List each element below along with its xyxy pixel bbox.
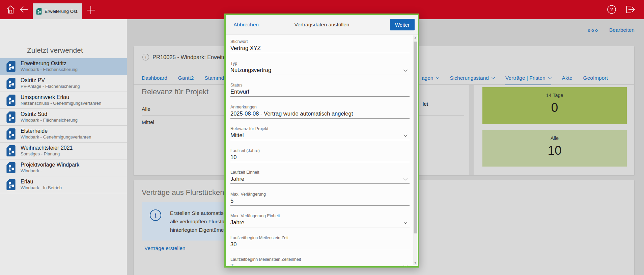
- field-underline: [230, 183, 410, 184]
- project-title: Ostritz Süd: [21, 111, 78, 118]
- chevron-down-icon[interactable]: [403, 220, 407, 224]
- tab-bar-right: agen Sicherungsstand Verträge | Fristen …: [422, 75, 608, 85]
- scroll-up-icon[interactable]: ▲: [413, 36, 417, 39]
- kpi-tile-alle[interactable]: Alle 10: [482, 130, 627, 167]
- relevanz-section-title: Relevanz für Projekt: [142, 88, 208, 96]
- field-value[interactable]: 2025-08-08 - Vertrag wurde automatisch a…: [230, 110, 353, 117]
- home-icon[interactable]: [5, 4, 16, 15]
- nav-tab[interactable]: Sicherungsstand: [450, 75, 494, 85]
- field-value[interactable]: Vertrag XYZ: [230, 45, 261, 51]
- form-field[interactable]: Status Entwurf: [230, 83, 410, 102]
- field-label: Laufzeitbeginn Meilenstein Zeit: [230, 235, 410, 240]
- cancel-button[interactable]: Abbrechen: [233, 22, 259, 28]
- chevron-down-icon[interactable]: [403, 133, 407, 137]
- next-button[interactable]: Weiter: [390, 19, 415, 30]
- create-contracts-link[interactable]: Verträge erstellen: [144, 245, 186, 251]
- chevron-down-icon[interactable]: [403, 264, 407, 266]
- form-field[interactable]: Anmerkungen 2025-08-08 - Vertrag wurde a…: [230, 105, 410, 124]
- recent-project-item[interactable]: Umspannwerk Erlau Netzanschluss - Genehm…: [0, 92, 127, 109]
- field-underline: [230, 205, 410, 206]
- field-label: Status: [230, 83, 410, 88]
- project-subtitle: Windpark - Flächensicherung: [21, 118, 78, 123]
- field-value[interactable]: Entwurf: [230, 89, 249, 95]
- chevron-down-icon[interactable]: [403, 68, 407, 71]
- new-tab-plus-icon[interactable]: [85, 5, 96, 16]
- kpi-label: Alle: [482, 130, 627, 141]
- tab-bar-left: Dashboard Gantt2 Stammda: [142, 75, 227, 85]
- form-field[interactable]: Stichwort Vertrag XYZ: [230, 39, 410, 58]
- recent-project-item[interactable]: Projektvorlage Windpark Windpark -: [0, 159, 127, 176]
- scrollbar-thumb[interactable]: [414, 42, 417, 233]
- chevron-down-icon[interactable]: [403, 177, 407, 180]
- svg-text:?: ?: [610, 7, 613, 12]
- project-subtitle: Sonstiges - Planung: [21, 151, 73, 157]
- form-field[interactable]: Laufzeit (Jahre) 10: [230, 148, 410, 168]
- form-field[interactable]: Relevanz für Projekt Mittel: [230, 126, 410, 146]
- field-value[interactable]: 10: [230, 154, 236, 160]
- sidebar-recent: Zuletzt verwendet Erweiterung Ostritz Wi…: [0, 19, 127, 275]
- project-title: Erweiterung Ostritz: [21, 60, 78, 67]
- project-subtitle: Windpark -: [21, 168, 79, 174]
- nav-tab[interactable]: Verträge | Fristen: [505, 75, 551, 85]
- nav-tab[interactable]: Stammda: [204, 75, 227, 85]
- recent-project-item[interactable]: Ostritz PV PV-Anlage - Flächensicherung: [0, 75, 127, 92]
- recent-project-item[interactable]: Ostritz Süd Windpark - Flächensicherung: [0, 109, 127, 126]
- field-value[interactable]: Nutzungsvertrag: [230, 67, 271, 73]
- help-icon[interactable]: ?: [606, 4, 617, 15]
- back-arrow-icon[interactable]: [19, 4, 30, 15]
- field-value[interactable]: Jahre: [230, 176, 244, 182]
- field-value[interactable]: Jahre: [230, 219, 244, 226]
- project-title: Ostritz PV: [21, 77, 80, 84]
- project-doc-icon: [6, 77, 16, 89]
- recent-project-item[interactable]: Erlau Windpark - In Betrieb: [0, 176, 127, 193]
- field-label: Typ: [230, 61, 410, 66]
- field-underline: [230, 162, 410, 162]
- field-underline: [230, 118, 410, 119]
- nav-tab[interactable]: Dashboard: [142, 75, 167, 85]
- project-doc-icon: [6, 162, 16, 174]
- nav-tab[interactable]: agen: [422, 75, 439, 85]
- nav-tab[interactable]: Akte: [562, 75, 572, 85]
- form-field[interactable]: Max. Verlängerung 5: [230, 192, 410, 211]
- project-subtitle: Netzanschluss - Genehmigungsverfahren: [21, 101, 101, 106]
- form-field[interactable]: Laufzeitbeginn Meilenstein Zeiteinheit T: [230, 257, 410, 266]
- form-field[interactable]: Max. Verlängerung Einheit Jahre: [230, 214, 410, 233]
- recent-project-item[interactable]: Erweiterung Ostritz Windpark - Flächensi…: [0, 58, 127, 75]
- project-doc-icon: [6, 179, 16, 191]
- recent-project-item[interactable]: Weihnachtsfeier 2021 Sonstiges - Planung: [0, 143, 127, 159]
- field-underline: [230, 75, 410, 75]
- field-underline: [230, 96, 410, 97]
- field-label: Stichwort: [230, 39, 410, 44]
- form-field[interactable]: Laufzeitbeginn Meilenstein Zeit 30: [230, 235, 410, 255]
- field-value[interactable]: 30: [230, 241, 236, 248]
- tab-title: Erweiterung Ost...: [45, 9, 79, 14]
- occluded-text-fragment: let: [423, 101, 428, 107]
- project-doc-icon: [6, 145, 16, 157]
- field-value[interactable]: 5: [230, 198, 233, 204]
- project-info-icon[interactable]: i: [142, 54, 149, 60]
- recent-project-item[interactable]: Elsterheide Windpark - Genehmigungsverfa…: [0, 126, 127, 143]
- kpi-tile-14-tage[interactable]: 14 Tage 0: [482, 87, 627, 124]
- field-underline: [230, 53, 410, 53]
- modal-header: Abbrechen Vertragsdaten ausfüllen Weiter: [226, 15, 418, 34]
- nav-tab[interactable]: Gantt2: [178, 75, 194, 85]
- chevron-down-icon: [548, 75, 552, 79]
- project-title: Erlau: [21, 178, 62, 185]
- sidebar-title: Zuletzt verwendet: [27, 46, 83, 54]
- form-field[interactable]: Typ Nutzungsvertrag: [230, 61, 410, 80]
- modal-scrollbar[interactable]: ▲ ▼: [413, 35, 417, 265]
- app-window: Erweiterung Ost... ? Zuletzt verwendet E…: [0, 0, 644, 275]
- content-scrollbar[interactable]: [469, 85, 474, 175]
- scroll-down-icon[interactable]: ▼: [413, 261, 417, 265]
- kpi-value: 0: [482, 101, 627, 115]
- field-value[interactable]: Mittel: [230, 132, 244, 139]
- form-field[interactable]: Laufzeit Einheit Jahre: [230, 170, 410, 189]
- open-project-tab[interactable]: Erweiterung Ost...: [33, 3, 82, 19]
- nav-tab[interactable]: GeoImport: [583, 75, 608, 85]
- field-label: Max. Verlängerung: [230, 192, 410, 197]
- field-value[interactable]: T: [230, 263, 234, 266]
- logout-icon[interactable]: [624, 4, 635, 15]
- project-doc-icon: [6, 128, 16, 140]
- edit-button[interactable]: Bearbeiten: [609, 27, 635, 33]
- more-options-button[interactable]: ooo: [588, 28, 599, 33]
